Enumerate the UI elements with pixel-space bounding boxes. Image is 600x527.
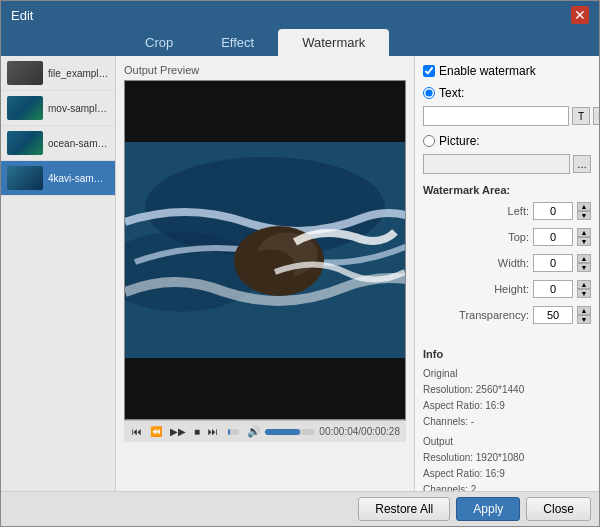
transparency-spinner: ▲ ▼ — [577, 306, 591, 324]
thumbnail-file3 — [7, 131, 43, 155]
text-radio-label: Text: — [439, 86, 464, 100]
transparency-down-arrow[interactable]: ▼ — [577, 315, 591, 324]
enable-watermark-checkbox[interactable] — [423, 65, 435, 77]
picture-radio-row: Picture: — [423, 134, 591, 148]
sidebar-item-file3[interactable]: ocean-sample... — [1, 126, 115, 161]
top-spinner: ▲ ▼ — [577, 228, 591, 246]
tabs-bar: Crop Effect Watermark — [1, 29, 599, 56]
watermark-text-input[interactable] — [423, 106, 569, 126]
info-section: Info Original Resolution: 2560*1440 Aspe… — [423, 346, 591, 491]
width-spinner: ▲ ▼ — [577, 254, 591, 272]
stop-button[interactable]: ■ — [192, 425, 202, 438]
sidebar-label-file3: ocean-sample... — [48, 138, 109, 149]
step-back-button[interactable]: ⏪ — [148, 425, 164, 438]
text-icon: T — [578, 111, 584, 122]
width-input[interactable] — [533, 254, 573, 272]
original-label: Original — [423, 366, 591, 382]
copy-icon: ⊡ — [598, 111, 599, 122]
text-format-button[interactable]: T — [572, 107, 590, 125]
close-button[interactable]: Close — [526, 497, 591, 521]
transparency-up-arrow[interactable]: ▲ — [577, 306, 591, 315]
output-resolution: Resolution: 1920*1080 — [423, 450, 591, 466]
sidebar-label-file2: mov-sample... — [48, 103, 109, 114]
top-up-arrow[interactable]: ▲ — [577, 228, 591, 237]
top-field-row: Top: ▲ ▼ — [423, 228, 591, 246]
tab-watermark[interactable]: Watermark — [278, 29, 389, 56]
main-content: file_example_... mov-sample... ocean-sam… — [1, 56, 599, 491]
apply-button[interactable]: Apply — [456, 497, 520, 521]
left-down-arrow[interactable]: ▼ — [577, 211, 591, 220]
edit-window: Edit ✕ Crop Effect Watermark file_exampl… — [0, 0, 600, 527]
text-copy-button[interactable]: ⊡ — [593, 107, 599, 125]
picture-browse-button[interactable]: … — [573, 155, 591, 173]
aerial-scene-content — [125, 142, 405, 358]
sidebar-label-file1: file_example_... — [48, 68, 109, 79]
original-resolution: Resolution: 2560*1440 — [423, 382, 591, 398]
scene-svg — [125, 142, 405, 358]
enable-watermark-row: Enable watermark — [423, 64, 591, 78]
width-down-arrow[interactable]: ▼ — [577, 263, 591, 272]
width-up-arrow[interactable]: ▲ — [577, 254, 591, 263]
tab-crop[interactable]: Crop — [121, 29, 197, 56]
restore-all-button[interactable]: Restore All — [358, 497, 450, 521]
picture-radio[interactable] — [423, 135, 435, 147]
width-label: Width: — [459, 257, 529, 269]
volume-fill — [265, 429, 300, 435]
sidebar-item-file1[interactable]: file_example_... — [1, 56, 115, 91]
width-field-row: Width: ▲ ▼ — [423, 254, 591, 272]
sidebar-item-file2[interactable]: mov-sample... — [1, 91, 115, 126]
volume-icon: 🔊 — [247, 425, 261, 438]
content-area: Output Preview — [116, 56, 414, 491]
left-input[interactable] — [533, 202, 573, 220]
watermark-picture-input[interactable] — [423, 154, 570, 174]
title-bar: Edit ✕ — [1, 1, 599, 29]
text-radio-row: Text: — [423, 86, 591, 100]
skip-back-button[interactable]: ⏮ — [130, 425, 144, 438]
text-input-row: T ⊡ — [423, 106, 591, 126]
left-label: Left: — [459, 205, 529, 217]
browse-icon: … — [577, 159, 587, 170]
thumbnail-file2 — [7, 96, 43, 120]
picture-input-row: … — [423, 154, 591, 174]
play-button[interactable]: ▶▶ — [168, 425, 188, 438]
left-spinner: ▲ ▼ — [577, 202, 591, 220]
height-up-arrow[interactable]: ▲ — [577, 280, 591, 289]
height-spinner: ▲ ▼ — [577, 280, 591, 298]
video-controls-bar: ⏮ ⏪ ▶▶ ■ ⏭ 🔊 00:00:04/00:00:28 — [124, 420, 406, 442]
top-down-arrow[interactable]: ▼ — [577, 237, 591, 246]
top-input[interactable] — [533, 228, 573, 246]
height-down-arrow[interactable]: ▼ — [577, 289, 591, 298]
info-title: Info — [423, 346, 591, 364]
transparency-input[interactable] — [533, 306, 573, 324]
window-close-button[interactable]: ✕ — [571, 6, 589, 24]
window-title: Edit — [11, 8, 33, 23]
original-aspect: Aspect Ratio: 16:9 — [423, 398, 591, 414]
height-input[interactable] — [533, 280, 573, 298]
video-aerial-scene — [125, 81, 405, 419]
text-radio[interactable] — [423, 87, 435, 99]
original-channels: Channels: - — [423, 414, 591, 430]
progress-bar[interactable] — [228, 429, 239, 435]
picture-radio-label: Picture: — [439, 134, 480, 148]
time-display: 00:00:04/00:00:28 — [319, 426, 400, 437]
tab-effect[interactable]: Effect — [197, 29, 278, 56]
output-aspect: Aspect Ratio: 16:9 — [423, 466, 591, 482]
thumbnail-file4 — [7, 166, 43, 190]
watermark-area-label: Watermark Area: — [423, 184, 591, 196]
top-label: Top: — [459, 231, 529, 243]
height-label: Height: — [459, 283, 529, 295]
transparency-field-row: Transparency: ▲ ▼ — [423, 306, 591, 324]
progress-fill — [228, 429, 230, 435]
output-label: Output — [423, 434, 591, 450]
skip-forward-button[interactable]: ⏭ — [206, 425, 220, 438]
left-up-arrow[interactable]: ▲ — [577, 202, 591, 211]
video-preview — [124, 80, 406, 420]
transparency-label: Transparency: — [459, 309, 529, 321]
enable-watermark-label: Enable watermark — [439, 64, 536, 78]
thumbnail-file1 — [7, 61, 43, 85]
sidebar: file_example_... mov-sample... ocean-sam… — [1, 56, 116, 491]
sidebar-item-file4[interactable]: 4kavi-sample... — [1, 161, 115, 196]
volume-bar[interactable] — [265, 429, 315, 435]
sidebar-label-file4: 4kavi-sample... — [48, 173, 109, 184]
left-field-row: Left: ▲ ▼ — [423, 202, 591, 220]
